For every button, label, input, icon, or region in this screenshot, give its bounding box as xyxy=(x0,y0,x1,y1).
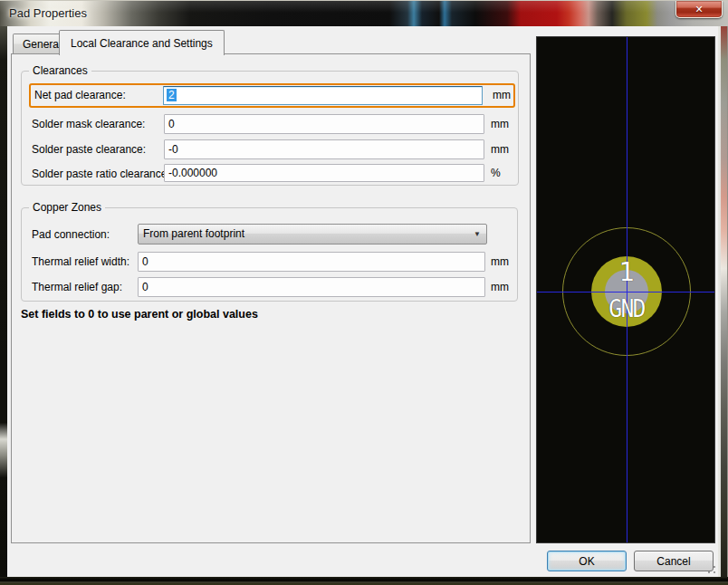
clearances-group-title: Clearances xyxy=(29,64,91,77)
window-frame-bottom xyxy=(0,577,728,585)
pad-number-label: 1 xyxy=(608,258,645,285)
solder-paste-clearance-unit: mm xyxy=(491,139,509,159)
solder-mask-clearance-unit: mm xyxy=(491,114,509,134)
thermal-relief-gap-label: Thermal relief gap: xyxy=(32,277,122,297)
thermal-relief-width-unit: mm xyxy=(491,252,509,272)
window-title: Pad Properties xyxy=(9,6,87,20)
thermal-relief-gap-input[interactable] xyxy=(138,277,485,297)
pad-net-name-label: GND xyxy=(600,296,652,321)
solder-mask-clearance-input[interactable] xyxy=(164,114,484,134)
thermal-relief-width-label: Thermal relief width: xyxy=(32,252,129,272)
pad-connection-value: From parent footprint xyxy=(143,227,244,240)
ok-button[interactable]: OK xyxy=(547,551,627,571)
solder-paste-ratio-clearance-unit: % xyxy=(491,163,501,183)
hint-text: Set fields to 0 to use parent or global … xyxy=(21,308,258,321)
tab-local-clearance-and-settings[interactable]: Local Clearance and Settings xyxy=(59,30,225,55)
crosshair-vertical-line xyxy=(627,37,627,542)
title-bar[interactable]: Pad Properties ✕ xyxy=(0,0,728,26)
close-button[interactable]: ✕ xyxy=(675,1,723,18)
pad-properties-window: Pad Properties ✕ General Local Clearance… xyxy=(0,0,728,585)
thermal-relief-gap-unit: mm xyxy=(491,277,509,297)
pad-connection-label: Pad connection: xyxy=(32,225,110,245)
chevron-down-icon: ▼ xyxy=(474,225,481,245)
thermal-relief-width-input[interactable] xyxy=(138,252,485,272)
selected-text: 2 xyxy=(167,89,177,101)
close-icon: ✕ xyxy=(694,5,703,14)
copper-zones-group-title: Copper Zones xyxy=(29,201,105,214)
net-pad-clearance-row: Net pad clearance: 2 mm xyxy=(29,83,515,108)
tab-page-panel: Clearances Net pad clearance: 2 mm Solde… xyxy=(11,53,531,543)
copper-zones-group: Copper Zones Pad connection: From parent… xyxy=(21,207,518,302)
window-frame-left xyxy=(0,26,7,577)
crosshair-horizontal-line xyxy=(537,292,714,292)
net-pad-clearance-unit: mm xyxy=(493,85,511,105)
solder-paste-clearance-input[interactable] xyxy=(164,139,484,159)
pad-connection-dropdown[interactable]: From parent footprint ▼ xyxy=(138,224,487,245)
cancel-button[interactable]: Cancel xyxy=(634,551,714,571)
solder-paste-ratio-clearance-label: Solder paste ratio clearance: xyxy=(32,164,170,184)
resize-grip[interactable] xyxy=(707,565,716,574)
solder-paste-clearance-label: Solder paste clearance: xyxy=(32,139,146,159)
net-pad-clearance-label: Net pad clearance: xyxy=(34,85,126,105)
window-frame-right xyxy=(718,26,728,577)
pad-preview-panel: 1 GND xyxy=(536,36,715,543)
clearances-group: Clearances Net pad clearance: 2 mm Solde… xyxy=(21,71,519,186)
tab-local-clearance-label: Local Clearance and Settings xyxy=(71,37,213,50)
solder-mask-clearance-label: Solder mask clearance: xyxy=(32,114,145,134)
tab-general-label: General xyxy=(23,38,62,51)
net-pad-clearance-input[interactable]: 2 xyxy=(163,86,483,105)
dialog-client-area: General Local Clearance and Settings Cle… xyxy=(7,26,718,577)
solder-paste-ratio-clearance-input[interactable] xyxy=(164,164,484,182)
